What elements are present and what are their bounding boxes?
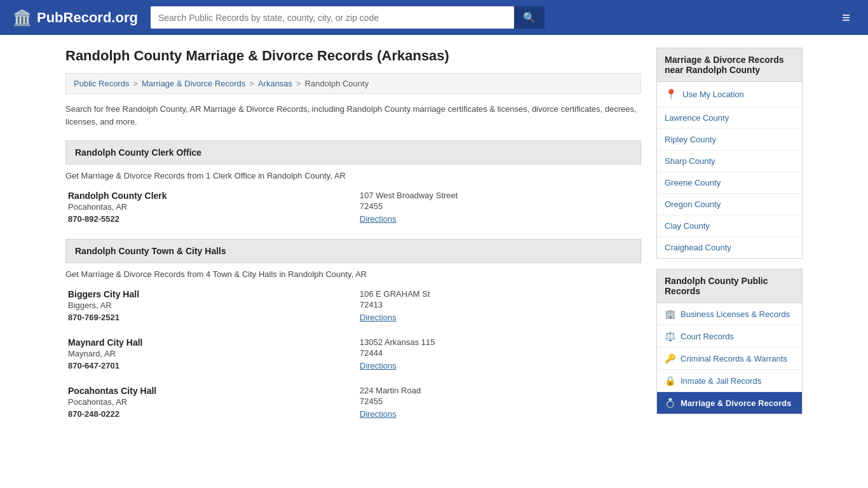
- breadcrumb-current: Randolph County: [305, 79, 369, 88]
- sidebar-item-ripley[interactable]: Ripley County: [657, 129, 802, 151]
- pocahontas-phone: 870-248-0222: [68, 409, 347, 419]
- pocahontas-zip: 72455: [360, 396, 639, 406]
- business-icon: 🏢: [665, 309, 675, 319]
- clerk-street: 107 West Broadway Street: [360, 191, 639, 200]
- section-desc-clerk: Get Marriage & Divorce Records from 1 Cl…: [65, 171, 641, 180]
- sidebar-nearby-section: Marriage & Divorce Records near Randolph…: [656, 48, 803, 259]
- marriage-label: Marriage & Divorce Records: [681, 398, 791, 408]
- use-location-label: Use My Location: [682, 90, 744, 99]
- sidebar-item-court[interactable]: ⚖️ Court Records: [657, 325, 802, 348]
- record-entry-maynard: Maynard City Hall Maynard, AR 870-647-27…: [65, 337, 641, 370]
- oregon-label: Oregon County: [665, 200, 721, 209]
- location-pin-icon: 📍: [665, 88, 677, 100]
- maynard-street: 13052 Arkansas 115: [360, 337, 639, 347]
- record-right-clerk: 107 West Broadway Street 72455 Direction…: [360, 191, 639, 224]
- section-header-halls: Randolph County Town & City Halls: [65, 239, 641, 263]
- sidebar-item-sharp[interactable]: Sharp County: [657, 151, 802, 172]
- record-row-maynard: Maynard City Hall Maynard, AR 870-647-27…: [68, 337, 639, 370]
- sidebar-item-lawrence[interactable]: Lawrence County: [657, 107, 802, 129]
- record-entry-pocahontas: Pocahontas City Hall Pocahontas, AR 870-…: [65, 386, 641, 419]
- pocahontas-name: Pocahontas City Hall: [68, 386, 347, 396]
- main-container: Randolph County Marriage & Divorce Recor…: [53, 35, 815, 447]
- breadcrumb-sep-2: >: [249, 79, 254, 88]
- clerk-directions[interactable]: Directions: [360, 214, 397, 224]
- sidebar-item-clay[interactable]: Clay County: [657, 215, 802, 237]
- sidebar-item-greene[interactable]: Greene County: [657, 172, 802, 194]
- maynard-city: Maynard, AR: [68, 349, 347, 358]
- breadcrumb-arkansas[interactable]: Arkansas: [258, 79, 292, 88]
- breadcrumb: Public Records > Marriage & Divorce Reco…: [65, 73, 641, 94]
- biggers-zip: 72413: [360, 300, 639, 309]
- record-left-biggers: Biggers City Hall Biggers, AR 870-769-25…: [68, 289, 347, 322]
- sidebar-public-records-header: Randolph County Public Records: [657, 269, 802, 303]
- court-label: Court Records: [681, 332, 734, 341]
- record-left-pocahontas: Pocahontas City Hall Pocahontas, AR 870-…: [68, 386, 347, 419]
- record-right-maynard: 13052 Arkansas 115 72444 Directions: [360, 337, 639, 370]
- biggers-phone: 870-769-2521: [68, 313, 347, 322]
- maynard-phone: 870-647-2701: [68, 361, 347, 370]
- record-row-biggers: Biggers City Hall Biggers, AR 870-769-25…: [68, 289, 639, 322]
- record-left-maynard: Maynard City Hall Maynard, AR 870-647-27…: [68, 337, 347, 370]
- breadcrumb-sep-3: >: [296, 79, 301, 88]
- menu-button[interactable]: ≡: [837, 7, 855, 29]
- record-row-clerk: Randolph County Clerk Pocahontas, AR 870…: [68, 191, 639, 224]
- sidebar-item-business[interactable]: 🏢 Business Licenses & Records: [657, 303, 802, 325]
- logo[interactable]: 🏛️ PubRecord.org: [13, 9, 138, 27]
- inmate-label: Inmate & Jail Records: [681, 376, 761, 386]
- search-input[interactable]: [151, 6, 514, 29]
- sharp-label: Sharp County: [665, 156, 715, 166]
- breadcrumb-public-records[interactable]: Public Records: [74, 79, 129, 88]
- section-header-clerk: Randolph County Clerk Office: [65, 140, 641, 165]
- clerk-name: Randolph County Clerk: [68, 191, 347, 201]
- criminal-icon: 🔑: [665, 353, 675, 363]
- biggers-directions[interactable]: Directions: [360, 313, 397, 322]
- record-left-clerk: Randolph County Clerk Pocahontas, AR 870…: [68, 191, 347, 224]
- ripley-label: Ripley County: [665, 135, 716, 144]
- sidebar-public-records-section: Randolph County Public Records 🏢 Busines…: [656, 269, 803, 414]
- maynard-name: Maynard City Hall: [68, 337, 347, 348]
- clerk-zip: 72455: [360, 201, 639, 211]
- maynard-directions[interactable]: Directions: [360, 361, 397, 370]
- pocahontas-city: Pocahontas, AR: [68, 397, 347, 407]
- clerk-city: Pocahontas, AR: [68, 202, 347, 212]
- content: Randolph County Marriage & Divorce Recor…: [65, 48, 641, 434]
- sidebar-item-inmate[interactable]: 🔒 Inmate & Jail Records: [657, 370, 802, 392]
- biggers-street: 106 E GRAHAM St: [360, 289, 639, 299]
- record-entry-biggers: Biggers City Hall Biggers, AR 870-769-25…: [65, 289, 641, 322]
- record-entry-clerk: Randolph County Clerk Pocahontas, AR 870…: [65, 191, 641, 224]
- criminal-label: Criminal Records & Warrants: [681, 354, 787, 363]
- use-location-item[interactable]: 📍 Use My Location: [657, 82, 802, 107]
- menu-icon: ≡: [842, 10, 850, 25]
- breadcrumb-sep-1: >: [133, 79, 138, 88]
- sidebar-nearby-header: Marriage & Divorce Records near Randolph…: [657, 48, 802, 82]
- court-icon: ⚖️: [665, 331, 675, 341]
- sidebar-item-marriage[interactable]: 💍 Marriage & Divorce Records: [657, 392, 802, 414]
- sidebar-item-craighead[interactable]: Craighead County: [657, 237, 802, 258]
- section-desc-halls: Get Marriage & Divorce Records from 4 To…: [65, 269, 641, 279]
- pocahontas-directions[interactable]: Directions: [360, 409, 397, 419]
- lawrence-label: Lawrence County: [665, 113, 729, 123]
- sidebar-item-oregon[interactable]: Oregon County: [657, 194, 802, 215]
- sidebar-item-criminal[interactable]: 🔑 Criminal Records & Warrants: [657, 348, 802, 370]
- maynard-zip: 72444: [360, 348, 639, 358]
- page-title: Randolph County Marriage & Divorce Recor…: [65, 48, 641, 64]
- business-label: Business Licenses & Records: [681, 309, 790, 319]
- logo-text: PubRecord.org: [37, 10, 138, 26]
- record-row-pocahontas: Pocahontas City Hall Pocahontas, AR 870-…: [68, 386, 639, 419]
- logo-icon: 🏛️: [13, 9, 32, 27]
- record-right-biggers: 106 E GRAHAM St 72413 Directions: [360, 289, 639, 322]
- intro-text: Search for free Randolph County, AR Marr…: [65, 103, 641, 128]
- craighead-label: Craighead County: [665, 243, 731, 252]
- search-bar: 🔍: [151, 6, 545, 29]
- biggers-name: Biggers City Hall: [68, 289, 347, 299]
- record-right-pocahontas: 224 Martin Road 72455 Directions: [360, 386, 639, 419]
- search-icon: 🔍: [523, 12, 536, 23]
- search-button[interactable]: 🔍: [514, 6, 545, 29]
- pocahontas-street: 224 Martin Road: [360, 386, 639, 395]
- marriage-icon: 💍: [665, 398, 675, 408]
- breadcrumb-marriage-divorce[interactable]: Marriage & Divorce Records: [142, 79, 245, 88]
- inmate-icon: 🔒: [665, 376, 675, 386]
- clay-label: Clay County: [665, 221, 710, 231]
- biggers-city: Biggers, AR: [68, 301, 347, 310]
- clerk-phone: 870-892-5522: [68, 214, 347, 224]
